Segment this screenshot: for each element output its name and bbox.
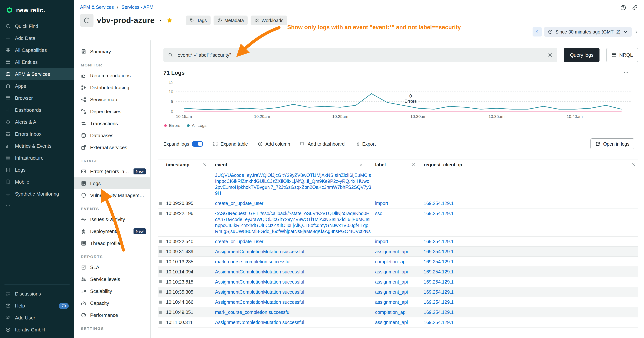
row-marker-icon[interactable] bbox=[159, 260, 162, 263]
log-row[interactable]: 10:09:31.439AssignmentCompletionMutation… bbox=[158, 247, 638, 257]
log-ip-link[interactable]: 169.254.129.1 bbox=[424, 320, 454, 325]
log-event-link[interactable]: create_or_update_user bbox=[215, 239, 264, 244]
title-dropdown-caret[interactable] bbox=[158, 18, 163, 23]
nrql-button[interactable]: NRQL bbox=[606, 48, 638, 62]
log-row[interactable]: 10:10:49.051mark_course_completion succe… bbox=[158, 307, 638, 317]
entity-nav-databases[interactable]: Databases bbox=[74, 130, 150, 142]
entity-nav-capacity[interactable]: Capacity bbox=[74, 297, 150, 309]
log-row[interactable]: 10:10:35.305AssignmentCompletionMutation… bbox=[158, 287, 638, 297]
more-options-icon[interactable] bbox=[623, 70, 629, 76]
log-row[interactable]: JUQVU&code=eyJraWQiOiJjcGltY29yZV8wOTl1M… bbox=[158, 170, 638, 198]
entity-nav-service-map[interactable]: Service map bbox=[74, 94, 150, 106]
sidebar-item-errors-inbox[interactable]: Errors Inbox bbox=[0, 128, 74, 140]
sidebar-item-add-user[interactable]: Add User bbox=[0, 312, 74, 324]
entity-nav-logs[interactable]: Logs bbox=[74, 177, 150, 189]
time-range-picker[interactable]: Since 30 minutes ago (GMT+2) bbox=[544, 27, 632, 37]
log-label-link[interactable]: import bbox=[375, 201, 388, 206]
favorite-star-icon[interactable] bbox=[166, 17, 173, 24]
entity-nav-sla[interactable]: SLA bbox=[74, 261, 150, 273]
entity-nav-vulnerability-management[interactable]: Vulnerability Management bbox=[74, 189, 150, 201]
metadata-pill[interactable]: Metadata bbox=[214, 16, 248, 25]
log-event-link[interactable]: AssignmentCompletionMutation successful bbox=[215, 320, 304, 325]
toggle-on[interactable] bbox=[192, 141, 203, 147]
log-label-link[interactable]: assignment_api bbox=[375, 249, 408, 254]
log-row[interactable]: 10:10:23.815AssignmentCompletionMutation… bbox=[158, 277, 638, 287]
remove-column-event-icon[interactable] bbox=[359, 163, 363, 167]
expand-table-button[interactable]: Expand table bbox=[213, 141, 248, 147]
logs-query-input[interactable] bbox=[177, 52, 544, 58]
sidebar-item-alerts-ai[interactable]: Alerts & AI bbox=[0, 116, 74, 128]
log-row[interactable]: 10:10:13.235mark_course_completion succe… bbox=[158, 257, 638, 267]
row-marker-icon[interactable] bbox=[159, 250, 162, 253]
log-ip-link[interactable]: 169.254.129.1 bbox=[424, 211, 454, 216]
log-event-link[interactable]: AssignmentCompletionMutation successful bbox=[215, 249, 304, 254]
log-ip-link[interactable]: 169.254.129.1 bbox=[424, 279, 454, 284]
row-marker-icon[interactable] bbox=[159, 212, 162, 215]
log-event-link[interactable]: <ASGIRequest: GET '/sso/callback/?state=… bbox=[215, 211, 370, 234]
remove-column-timestamp-icon[interactable] bbox=[203, 163, 207, 167]
query-logs-button[interactable]: Query logs bbox=[564, 48, 600, 62]
log-ip-link[interactable]: 169.254.129.1 bbox=[424, 309, 454, 315]
sidebar-item-infrastructure[interactable]: Infrastructure bbox=[0, 152, 74, 164]
row-marker-icon[interactable] bbox=[159, 270, 162, 273]
add-to-dashboard-button[interactable]: Add to dashboard bbox=[300, 141, 345, 147]
log-row[interactable]: 10:11:00.311AssignmentCompletionMutation… bbox=[158, 317, 638, 327]
entity-nav-performance[interactable]: Performance bbox=[74, 309, 150, 321]
log-ip-link[interactable]: 169.254.129.1 bbox=[424, 269, 454, 274]
sidebar-item-mobile[interactable]: Mobile bbox=[0, 176, 74, 188]
new-relic-logo[interactable]: new relic. bbox=[0, 0, 74, 20]
export-button[interactable]: Export bbox=[354, 141, 376, 147]
log-label-link[interactable]: completion_api bbox=[375, 259, 406, 264]
log-row[interactable]: 10:09:22.196<ASGIRequest: GET '/sso/call… bbox=[158, 208, 638, 237]
log-event-link[interactable]: JUQVU&code=eyJraWQiOiJjcGltY29yZV8wOTl1M… bbox=[215, 173, 371, 196]
workloads-pill[interactable]: Workloads bbox=[250, 16, 287, 25]
row-marker-icon[interactable] bbox=[159, 311, 162, 314]
row-marker-icon[interactable] bbox=[159, 280, 162, 283]
time-back-button[interactable] bbox=[532, 27, 542, 37]
log-event-link[interactable]: AssignmentCompletionMutation successful bbox=[215, 289, 304, 294]
time-forward-button[interactable] bbox=[634, 29, 639, 34]
entity-nav-scalability[interactable]: Scalability bbox=[74, 285, 150, 297]
remove-column-label-icon[interactable] bbox=[412, 163, 416, 167]
entity-nav-dependencies[interactable]: Dependencies bbox=[74, 106, 150, 118]
log-ip-link[interactable]: 169.254.129.1 bbox=[424, 249, 454, 254]
breadcrumb-services-apm[interactable]: Services - APM bbox=[121, 5, 153, 10]
entity-nav-transactions[interactable]: Transactions bbox=[74, 118, 150, 130]
sidebar-item-logs[interactable]: Logs bbox=[0, 164, 74, 176]
log-row[interactable]: 10:10:44.066AssignmentCompletionMutation… bbox=[158, 297, 638, 307]
open-in-logs-button[interactable]: Open in logs bbox=[590, 139, 634, 149]
log-ip-link[interactable]: 169.254.129.1 bbox=[424, 239, 454, 244]
legend-errors[interactable]: Errors bbox=[164, 123, 180, 128]
row-marker-icon[interactable] bbox=[159, 321, 162, 324]
sidebar-item-all-capabilities[interactable]: All Capabilities bbox=[0, 44, 74, 56]
row-marker-icon[interactable] bbox=[159, 240, 162, 243]
entity-nav-thread-profiler[interactable]: Thread profiler bbox=[74, 237, 150, 249]
entity-nav-summary[interactable]: Summary bbox=[74, 46, 150, 58]
entity-nav-service-levels[interactable]: Service levels bbox=[74, 273, 150, 285]
sidebar-item-add-data[interactable]: Add Data bbox=[0, 32, 74, 44]
log-label-link[interactable]: assignment_api bbox=[375, 279, 408, 284]
sidebar-item-dashboards[interactable]: Dashboards bbox=[0, 104, 74, 116]
log-ip-link[interactable]: 169.254.129.1 bbox=[424, 259, 454, 264]
log-ip-link[interactable]: 169.254.129.1 bbox=[424, 289, 454, 294]
sidebar-item-apps[interactable]: Apps bbox=[0, 80, 74, 92]
sidebar-item-metrics-events[interactable]: Metrics & Events bbox=[0, 140, 74, 152]
sidebar-item-browser[interactable]: Browser bbox=[0, 92, 74, 104]
log-label-link[interactable]: assignment_api bbox=[375, 269, 408, 274]
log-label-link[interactable]: assignment_api bbox=[375, 289, 408, 294]
entity-nav-issues-activity[interactable]: Issues & activity bbox=[74, 213, 150, 225]
breadcrumb-apm-services[interactable]: APM & Services bbox=[80, 5, 114, 10]
log-row[interactable]: 10:09:22.540create_or_update_userimport1… bbox=[158, 237, 638, 247]
log-event-link[interactable]: AssignmentCompletionMutation successful bbox=[215, 279, 304, 284]
log-row[interactable]: 10:10:14.094AssignmentCompletionMutation… bbox=[158, 267, 638, 277]
sidebar-item-all-entities[interactable]: All Entities bbox=[0, 56, 74, 68]
log-label-link[interactable]: assignment_api bbox=[375, 320, 408, 325]
row-marker-icon[interactable] bbox=[159, 202, 162, 205]
expand-logs-toggle[interactable]: Expand logs bbox=[164, 141, 203, 147]
entity-nav-errors-errors-inb[interactable]: Errors (errors inb...New bbox=[74, 165, 150, 177]
log-ip-link[interactable]: 169.254.129.1 bbox=[424, 299, 454, 305]
tags-pill[interactable]: Tags bbox=[186, 16, 210, 25]
row-marker-icon[interactable] bbox=[159, 300, 162, 303]
log-ip-link[interactable]: 169.254.129.1 bbox=[424, 201, 454, 206]
log-label-link[interactable]: sso bbox=[375, 211, 382, 216]
